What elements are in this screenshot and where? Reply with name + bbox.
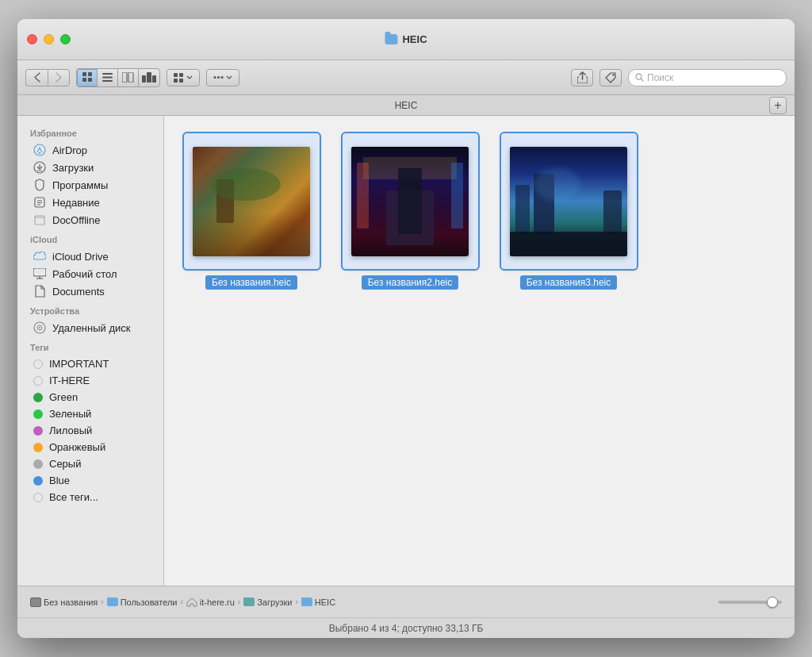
sidebar-item-downloads[interactable]: Загрузки [21, 159, 160, 176]
airdrop-icon [33, 144, 46, 156]
file-item-1[interactable]: Без названия.heic [180, 132, 323, 290]
file-item-3[interactable]: Без названия3.heic [497, 132, 640, 290]
svg-rect-6 [102, 80, 113, 82]
arrange-button[interactable] [167, 69, 200, 86]
status-text: Выбрано 4 из 4; доступно 33,13 ГБ [329, 623, 484, 634]
sidebar-item-tag-blue[interactable]: Blue [21, 472, 160, 489]
sidebar-item-documents-label: Documents [52, 286, 105, 298]
window-title: HEIC [385, 33, 427, 45]
folder-users-icon [107, 597, 118, 606]
sidebar-item-tag-purple[interactable]: Лиловый [21, 422, 160, 439]
svg-point-23 [39, 152, 40, 154]
sidebar-item-documents[interactable]: Documents [21, 282, 160, 300]
breadcrumb-ithere-label: it-here.ru [200, 597, 235, 607]
zoom-slider[interactable] [718, 601, 782, 604]
list-view-button[interactable] [98, 69, 118, 86]
sidebar-item-airdrop[interactable]: AirDrop [21, 141, 160, 159]
sidebar-item-tag-orange[interactable]: Оранжевый [21, 439, 160, 455]
slider-thumb[interactable] [767, 597, 778, 608]
breadcrumb-heic[interactable]: HEIC [301, 597, 335, 607]
sidebar-item-desktop-label: Рабочий стол [52, 268, 117, 280]
svg-rect-5 [102, 77, 113, 79]
column-view-button[interactable] [118, 69, 139, 86]
minimize-button[interactable] [44, 34, 54, 44]
breadcrumb: Без названия › Пользователи › it-here.ru… [30, 597, 335, 607]
svg-rect-13 [179, 73, 183, 77]
view-buttons [76, 68, 160, 87]
sidebar-item-tag-ithere[interactable]: IT-HERE [21, 372, 160, 389]
svg-point-20 [636, 74, 642, 79]
breadcrumb-hdd[interactable]: Без названия [30, 597, 98, 607]
file-thumbnail-container-3 [500, 132, 638, 271]
desktop-icon [33, 267, 46, 280]
svg-point-16 [214, 76, 216, 79]
svg-rect-11 [152, 75, 156, 83]
sidebar-item-remote-disk-label: Удаленный диск [52, 322, 130, 334]
sidebar-item-docoffline-label: DocOffline [52, 214, 100, 226]
svg-rect-9 [142, 75, 146, 83]
toolbar: Поиск [17, 60, 795, 95]
back-button[interactable] [25, 69, 48, 86]
file-label-2: Без названия2.heic [362, 275, 459, 290]
icon-view-button[interactable] [77, 69, 98, 86]
actions-button[interactable] [206, 69, 239, 86]
sidebar-item-icloud-drive[interactable]: iCloud Drive [21, 248, 160, 265]
sidebar-item-tag-green[interactable]: Green [21, 389, 160, 405]
sidebar-item-recents[interactable]: Недавние [21, 194, 160, 211]
breadcrumb-ithere[interactable]: it-here.ru [186, 597, 235, 607]
svg-rect-12 [174, 73, 178, 77]
sidebar-item-all-tags[interactable]: Все теги... [21, 489, 160, 505]
tag-dot-zeleniy [33, 409, 43, 419]
file-label-1: Без названия.heic [205, 275, 297, 290]
breadcrumb-downloads-label: Загрузки [257, 597, 292, 607]
maximize-button[interactable] [60, 34, 71, 44]
breadcrumb-sep-3: › [238, 597, 240, 606]
gallery-view-button[interactable] [139, 69, 159, 86]
svg-rect-0 [82, 72, 86, 76]
sidebar: Избранное AirDrop Загрузки Про [17, 116, 164, 586]
share-button[interactable] [571, 69, 593, 86]
tag-label-orange: Оранжевый [49, 441, 105, 453]
breadcrumb-heic-label: HEIC [315, 597, 335, 607]
tag-button[interactable] [599, 69, 622, 86]
folder-heic-icon [301, 597, 312, 606]
tag-label-gray: Серый [49, 458, 81, 470]
sidebar-item-apps[interactable]: Программы [21, 176, 160, 194]
sidebar-item-tag-important[interactable]: IMPORTANT [21, 355, 160, 372]
close-button[interactable] [27, 34, 37, 44]
file-thumbnail-1 [193, 147, 310, 256]
svg-rect-2 [82, 78, 86, 82]
add-button[interactable]: + [769, 97, 787, 114]
svg-rect-15 [179, 79, 183, 83]
svg-rect-8 [128, 72, 133, 83]
breadcrumb-downloads[interactable]: Загрузки [243, 597, 292, 607]
forward-button[interactable] [48, 69, 70, 86]
tag-dot-gray [33, 459, 43, 469]
file-thumbnail-container-2 [341, 132, 480, 271]
sidebar-item-airdrop-label: AirDrop [52, 144, 87, 156]
tag-dot-purple [33, 426, 43, 436]
svg-point-17 [217, 76, 220, 79]
title-text: HEIC [402, 33, 427, 45]
sidebar-item-tag-gray[interactable]: Серый [21, 455, 160, 472]
sidebar-item-remote-disk[interactable]: Удаленный диск [21, 319, 160, 336]
breadcrumb-sep-4: › [295, 597, 297, 606]
sidebar-item-tag-zeleniy[interactable]: Зеленый [21, 405, 160, 422]
downloads-icon [33, 161, 46, 174]
file-item-2[interactable]: Без названия2.heic [339, 132, 481, 290]
sidebar-item-desktop[interactable]: Рабочий стол [21, 265, 160, 282]
sidebar-item-docoffline[interactable]: DocOffline [21, 211, 160, 229]
folder-downloads-icon [243, 597, 255, 606]
recents-icon [33, 196, 46, 209]
tag-dot-blue [33, 476, 43, 486]
traffic-lights [27, 34, 71, 44]
search-box[interactable]: Поиск [628, 69, 787, 86]
svg-line-21 [642, 79, 644, 82]
path-bar-label: HEIC [395, 100, 418, 111]
sidebar-item-downloads-label: Загрузки [52, 162, 94, 174]
status-info-bar: Выбрано 4 из 4; доступно 33,13 ГБ [17, 617, 795, 638]
svg-rect-33 [33, 268, 46, 276]
tag-dot-green [33, 393, 43, 402]
file-area: Без названия.heic Без названи [164, 116, 795, 586]
breadcrumb-users[interactable]: Пользователи [107, 597, 178, 607]
